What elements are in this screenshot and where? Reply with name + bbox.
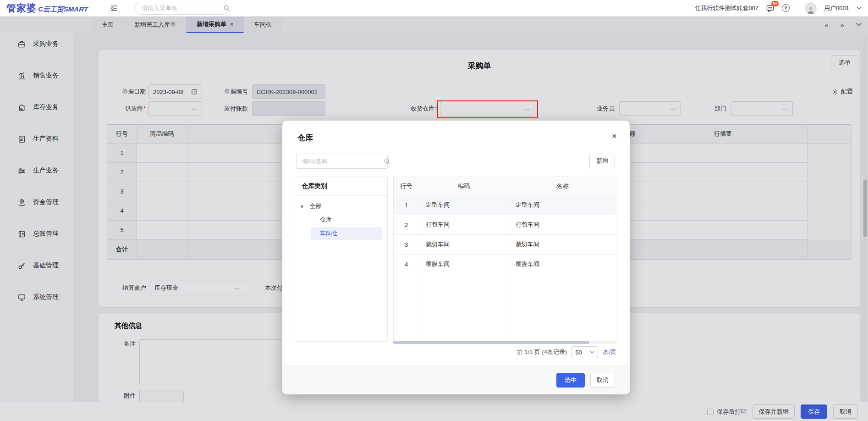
sidebar-item-system[interactable]: 系统管理 [17,292,59,303]
page-title: 采购单 [99,61,860,71]
doc-date-field[interactable]: 2023-09-08 [148,84,202,99]
supplier-field[interactable]: ⋯ [148,101,202,116]
item-code-cell[interactable] [137,201,187,221]
salesman-field[interactable]: ⋯ [619,101,681,116]
sidebar-item-sales[interactable]: 销售业务 [17,70,59,81]
cancel-button[interactable]: 取消 [833,404,858,419]
tab-workshop-warehouse[interactable]: 车间仓 [244,17,282,33]
modal-close-icon[interactable]: × [612,132,617,140]
help-icon[interactable]: ? [782,4,790,12]
purchase-icon [17,40,26,49]
tab-scroll-first-icon[interactable]: « [824,21,828,29]
total-row-label: 合计 [107,240,137,259]
save-and-new-button[interactable]: 保存并新增 [753,404,795,419]
menu-search-input[interactable] [141,4,223,12]
modal-search-input[interactable] [301,157,384,165]
col-header-row-no[interactable]: 行号 [107,125,137,144]
warehouse-picker-modal: 仓库 × 新增 仓库类别 ▾ 全部 仓库 车间仓 行号 编码 名称 1 定型车间 [282,121,630,394]
sidebar-item-purchase[interactable]: 采购业务 [17,39,59,50]
col-header-row-no[interactable]: 行号 [394,177,419,195]
sliders-icon [17,166,26,175]
tab-new-finish-inbound[interactable]: 新增完工入库单 [124,17,187,33]
page-size-value: 50 [575,349,582,356]
line-summary-cell[interactable] [638,201,808,221]
more-trigger-icon[interactable]: ⋯ [524,106,530,113]
sidebar-item-inventory[interactable]: 库存业务 [17,102,59,113]
department-field[interactable]: ⋯ [731,101,793,116]
warehouse-code-cell[interactable]: 打包车间 [419,215,509,235]
item-code-cell[interactable] [137,144,187,163]
modal-cancel-button[interactable]: 取消 [590,373,615,388]
line-summary-cell[interactable] [638,144,808,163]
config-button[interactable]: 配置 [832,88,853,96]
pagination: 第 1/1 页 (4条记录) 50 条/页 [517,346,616,358]
sidebar-item-production-biz[interactable]: 生产业务 [17,165,59,176]
item-code-cell[interactable] [137,163,187,182]
save-button[interactable]: 保存 [801,404,827,419]
warehouse-field[interactable]: ⋯ [440,102,534,116]
line-summary-cell[interactable] [638,182,808,201]
user-avatar[interactable] [805,2,817,14]
warehouse-code-cell[interactable]: 定型车间 [419,195,509,215]
warehouse-name-cell[interactable]: 裁切车间 [509,235,616,255]
line-summary-cell[interactable] [638,221,808,240]
message-icon[interactable]: 9+ [766,4,775,12]
scrollbar-thumb[interactable] [863,180,867,237]
warehouse-icon [17,103,26,112]
col-header-code[interactable]: 编码 [419,177,509,195]
settle-account-field[interactable]: 库存现金 ⋯ [150,281,244,295]
user-name[interactable]: 用户0001 [824,4,849,12]
total-cell [808,240,852,259]
select-order-button[interactable]: 选单 [831,55,858,70]
attachment-upload-button[interactable] [139,390,184,402]
user-menu-chevron-down-icon[interactable] [857,6,862,10]
tab-new-purchase-order[interactable]: 新增采购单 × [187,17,244,33]
item-code-cell[interactable] [137,182,187,201]
tab-nav-controls: « » [824,17,862,33]
menu-search-box[interactable] [135,2,229,15]
page-vertical-scrollbar[interactable] [863,38,867,397]
menu-fold-icon[interactable] [110,5,118,12]
more-trigger-icon[interactable]: ⋯ [782,105,788,112]
scrollbar-thumb[interactable] [393,341,589,344]
tab-list-chevron-down-icon[interactable] [856,23,862,27]
tab-close-icon[interactable]: × [230,21,233,28]
warehouse-name-cell[interactable]: 打包车间 [509,215,616,235]
bottom-action-bar: 保存后打印 保存并新增 保存 取消 [0,402,868,421]
pagination-info: 第 1/1 页 (4条记录) [517,348,567,356]
col-header-line-summary[interactable]: 行摘要 [638,125,808,144]
print-after-save-checkbox[interactable] [707,409,714,415]
sidebar-item-basic[interactable]: 基础管理 [17,260,59,271]
modal-horizontal-scrollbar[interactable] [393,341,616,344]
warehouse-code-cell[interactable]: 裁切车间 [419,235,509,255]
tree-node-all[interactable]: ▾ 全部 [295,199,387,213]
more-trigger-icon[interactable]: ⋯ [234,285,240,292]
row-no-cell: 2 [107,163,137,182]
tab-home[interactable]: 主页 [92,17,124,33]
tab-scroll-last-icon[interactable]: » [841,21,844,29]
payable-field [252,101,325,116]
tree-node-workshop-warehouse[interactable]: 车间仓 [311,227,382,240]
monitor-icon [17,293,26,302]
current-pay-label-partial: 本次付 [265,281,283,295]
modal-confirm-button[interactable]: 选中 [556,373,585,388]
item-code-cell[interactable] [137,221,187,240]
more-trigger-icon[interactable]: ⋯ [192,105,198,112]
tree-node-warehouse[interactable]: 仓库 [311,213,382,226]
warehouse-code-cell[interactable]: 覆膜车间 [419,255,509,274]
line-summary-cell[interactable] [638,163,808,182]
more-trigger-icon[interactable]: ⋯ [670,105,676,112]
modal-search-box[interactable] [296,154,388,169]
modal-add-button[interactable]: 新增 [589,154,615,168]
sidebar-item-funds[interactable]: 资金管理 [17,197,59,208]
page-size-select[interactable]: 50 [571,346,598,358]
warehouse-label-text: 收货仓库 [411,105,434,112]
col-header-item-code[interactable]: 商品编码 [137,125,187,144]
caret-down-icon[interactable]: ▾ [301,204,306,210]
warehouse-name-cell[interactable]: 定型车间 [509,195,616,215]
warehouse-name-cell[interactable]: 覆膜车间 [509,255,616,274]
sidebar-item-production-data[interactable]: 生产资料 [17,133,59,144]
col-header-name[interactable]: 名称 [509,177,616,195]
sidebar-item-ledger[interactable]: 总账管理 [17,228,59,239]
tab-label: 主页 [102,21,114,29]
